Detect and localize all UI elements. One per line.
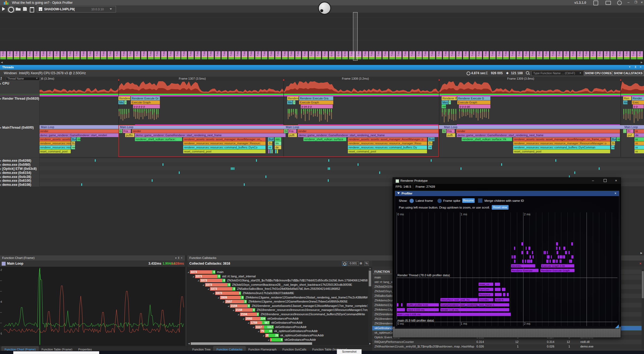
tree-expand-icon[interactable]: ◢ (233, 309, 235, 311)
callstack-row[interactable]: ◢33730ZN3std2rt10lang_start28_$u7b$$u7b$… (187, 278, 368, 282)
timeline-bar[interactable]: re (635, 141, 644, 145)
callstacks-header[interactable]: Function Callstacks (187, 255, 373, 261)
reset-view-button[interactable]: Reset view (492, 205, 509, 210)
frame-cell[interactable]: 7 ms (108, 51, 113, 60)
tree-expand-icon[interactable]: ◢ (263, 334, 265, 337)
frame-cell[interactable]: 7 ms (262, 51, 267, 60)
timeline-bar[interactable]: re (635, 129, 644, 133)
feedback-icon[interactable] (606, 1, 611, 5)
latest-frame-radio[interactable] (409, 199, 414, 203)
capture-dial-knob[interactable] (318, 2, 331, 15)
flame-mini-bar[interactable] (559, 246, 560, 250)
timeline-bar[interactable]: Render (632, 96, 644, 100)
worker-thread-lane[interactable] (0, 158, 644, 163)
threshold-value[interactable]: 0.001 (348, 261, 359, 266)
timeline-bar[interactable]: Bu (71, 141, 75, 145)
overlay-title-bar[interactable]: Renderer Prototype – × (393, 178, 621, 184)
frame-strip-scrubber[interactable] (353, 12, 358, 61)
frame-cell[interactable]: 7 ms (584, 51, 589, 60)
tree-expand-icon[interactable]: ◢ (253, 326, 255, 328)
frame-cell[interactable]: 7 ms (590, 51, 596, 60)
flame-mini-bar[interactable] (512, 255, 513, 259)
timeline-bar[interactable]: renderer_resources::resources::command_b… (513, 145, 610, 149)
frame-cell[interactable]: 7 ms (449, 51, 455, 60)
frame-cell[interactable]: 7 ms (577, 51, 583, 60)
frame-cell[interactable]: 7 ms (81, 51, 86, 60)
flame-bar-main[interactable]: render 1.18 ms (440, 308, 509, 311)
frame-cell[interactable]: 7 ms (617, 51, 623, 60)
frame-cell[interactable]: 7 ms (456, 51, 462, 60)
frame-cell[interactable]: 7 ms (637, 51, 643, 60)
frame-strip-scrollbar[interactable]: ◀ ▶ (0, 60, 644, 65)
close-button[interactable]: × (641, 0, 643, 4)
frame-cell[interactable]: 7 ms (61, 51, 66, 60)
frame-cell[interactable]: 7 ms (181, 51, 187, 60)
timeline-bar[interactable]: re (617, 137, 620, 141)
frame-cell[interactable]: 7 ms (235, 51, 241, 60)
collapse-icon[interactable]: ▾ (0, 168, 1, 170)
frame-cell[interactable]: 7 ms (215, 51, 221, 60)
thread-row-label[interactable]: ▸CPU (0, 82, 39, 85)
time-filter-icon[interactable] (342, 261, 347, 266)
tree-expand-icon[interactable]: ◢ (228, 305, 230, 307)
callstack-row[interactable]: ◢28090ZN4demo13game_renderer12GameRender… (187, 295, 368, 300)
frame-cell[interactable]: 7 ms (409, 51, 415, 60)
flame-mini-bar[interactable] (552, 259, 555, 263)
thread-row-label[interactable]: ▾demo.exe (0x5f80) (0, 163, 39, 167)
frame-cell[interactable]: 7 ms (295, 51, 301, 60)
sort-az-icon[interactable]: AZ (1, 77, 5, 80)
callstack-row[interactable]: ◢33730std::rt::lang_start_internal (187, 274, 368, 278)
frame-cell[interactable]: 7 ms (208, 51, 214, 60)
timeline-bar[interactable]: reset_command_pool (513, 150, 610, 153)
search-clear-icon[interactable]: × (580, 71, 581, 74)
timeline-bar[interactable]: ren (442, 105, 446, 108)
frame-cell[interactable]: 7 ms (175, 51, 180, 60)
thread-row-label[interactable]: ▾[Optick] ETW (0x63c8) (0, 167, 39, 171)
worker-thread-lane[interactable] (0, 170, 644, 175)
frame-cell[interactable]: 7 ms (195, 51, 200, 60)
frame-cell[interactable]: 7 ms (168, 51, 174, 60)
frame-cell[interactable]: 7 ms (114, 51, 120, 60)
timeline-bar[interactable]: Me (287, 100, 293, 104)
flame-bar-main[interactable]: reset_co (478, 282, 493, 286)
flame-bar-main[interactable] (503, 293, 506, 296)
timeline-bar[interactable]: Me (118, 100, 124, 104)
frame-cell[interactable]: 7 ms (315, 51, 321, 60)
flame-bar-main[interactable]: Input 0.033 ms (407, 308, 439, 311)
frame-cell[interactable]: 6 ms (336, 51, 341, 60)
worker-thread-lane[interactable] (0, 162, 644, 167)
flame-mini-bar[interactable] (563, 246, 566, 250)
callstack-row[interactable]: ◢2093334vkGetInstanceProcAddr (187, 317, 368, 321)
callstack-row[interactable]: ◢21590ZN18renderer_resources9resources16… (187, 308, 368, 312)
tree-expand-icon[interactable]: ◢ (243, 318, 245, 320)
flame-bar-main[interactable] (495, 282, 500, 286)
frame-cell[interactable]: 7 ms (470, 51, 475, 60)
timeline-bar[interactable]: Fra (446, 129, 455, 133)
frame-cell[interactable]: 7 ms (34, 51, 40, 60)
frame-spike-label[interactable]: Frame spike (443, 199, 460, 202)
function-search-input[interactable]: Type Function Name ... (Ctrl+F) × (532, 71, 584, 76)
flame-mini-bar[interactable] (532, 251, 533, 254)
frame-cell[interactable]: 6 ms (329, 51, 335, 60)
frame-cell[interactable]: 7 ms (624, 51, 630, 60)
frame-cell[interactable]: 7 ms (523, 51, 529, 60)
timeline-bar[interactable]: I (124, 100, 127, 104)
frame-cell[interactable]: 7 ms (148, 51, 154, 60)
frame-cell[interactable]: 7 ms (631, 51, 636, 60)
merge-label[interactable]: Merge children with same ID (484, 199, 524, 202)
flame-bar-main[interactable]: build B (495, 298, 509, 301)
frame-cell[interactable]: 7 ms (88, 51, 93, 60)
flame-mini-bar[interactable] (568, 251, 570, 254)
start-capture-button[interactable] (2, 7, 5, 11)
timeline-bar[interactable]: renderer_resources::resources::resource_… (513, 141, 610, 145)
flame-bar-render[interactable]: Renderer Execute (511, 269, 539, 272)
timeline-bar[interactable]: demo::game_renderer::GameRenderer::start… (457, 133, 620, 137)
frame-cell[interactable]: 7 ms (54, 51, 60, 60)
frame-cell[interactable]: 7 ms (27, 51, 33, 60)
thread-row-label[interactable]: ▾demo.exe (0x4c28) (0, 175, 39, 179)
frame-cell[interactable]: 7 ms (282, 51, 288, 60)
bug-report-icon[interactable] (617, 1, 622, 5)
timeline-bar[interactable]: re (611, 145, 614, 149)
timeline-bar[interactable]: Bu (611, 141, 615, 145)
function-chart-header[interactable]: Function Chart (Frame) ▾⊼× (0, 255, 185, 261)
